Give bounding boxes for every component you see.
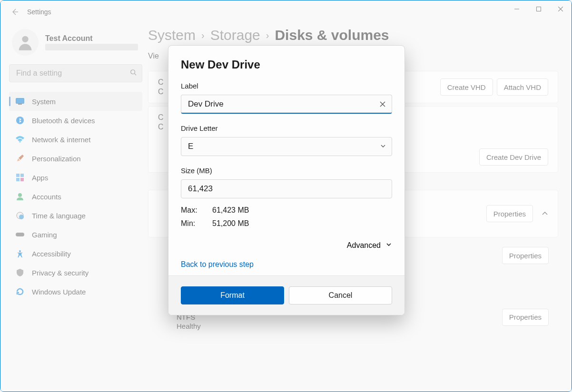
label-caption: Label (181, 82, 392, 90)
cancel-button[interactable]: Cancel (289, 286, 392, 304)
new-dev-drive-dialog: New Dev Drive Label Drive Letter E (168, 45, 405, 315)
dialog-title: New Dev Drive (181, 58, 392, 71)
max-caption: Max: (181, 206, 212, 215)
settings-window: Settings Test Account (0, 0, 572, 392)
min-value: 51,200 MB (212, 219, 392, 228)
min-caption: Min: (181, 219, 212, 228)
label-input[interactable] (181, 95, 392, 114)
drive-letter-select[interactable]: E (181, 137, 392, 156)
chevron-down-icon (380, 142, 386, 151)
advanced-label: Advanced (347, 241, 381, 250)
drive-letter-value: E (188, 142, 193, 151)
max-value: 61,423 MB (212, 206, 392, 215)
back-to-previous-link[interactable]: Back to previous step (181, 260, 254, 268)
format-button[interactable]: Format (181, 286, 284, 304)
clear-input-button[interactable] (378, 99, 387, 109)
chevron-down-icon (385, 241, 392, 250)
drive-letter-caption: Drive Letter (181, 124, 392, 132)
advanced-expander[interactable]: Advanced (181, 241, 392, 250)
dialog-footer: Format Cancel (168, 275, 404, 315)
size-caption: Size (MB) (181, 167, 392, 175)
size-limits: Max: 61,423 MB Min: 51,200 MB (181, 206, 392, 228)
size-input[interactable] (181, 179, 392, 198)
